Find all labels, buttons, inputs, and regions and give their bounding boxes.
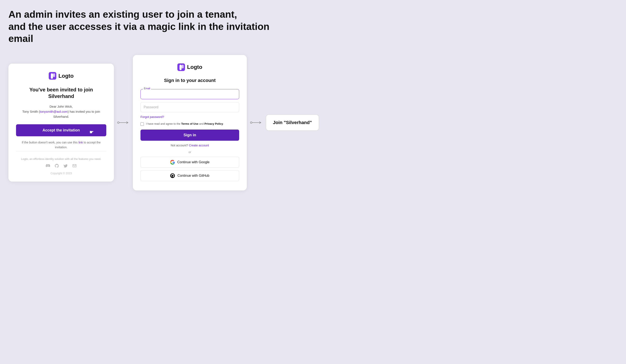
twitter-icon	[63, 164, 68, 169]
svg-rect-6	[180, 65, 182, 70]
signin-title: Sign in to your account	[164, 78, 216, 83]
mail-icon	[72, 164, 77, 169]
magic-link-text: If the button doesn't work, you can use …	[16, 140, 106, 150]
cards-row: Logto You've been invited to join Silver…	[8, 55, 618, 190]
create-account-link[interactable]: Create account	[189, 144, 209, 147]
signin-logo-area: Logto	[177, 64, 202, 71]
logo-area: Logto	[49, 72, 74, 80]
sign-in-button[interactable]: Sign in	[140, 130, 239, 141]
password-input[interactable]	[140, 102, 239, 112]
arrow-connector-1	[114, 120, 133, 125]
forgot-password-link[interactable]: Forgot password?	[140, 115, 239, 119]
or-divider: or	[189, 150, 191, 154]
footer-tagline: Logto, an effortless identity solution w…	[16, 157, 106, 161]
svg-point-9	[250, 122, 252, 123]
inviter-email-link[interactable]: tonysmith@aol.com	[40, 110, 68, 113]
invite-title: You've been invited to join Silverhand	[29, 86, 93, 99]
invite-card-footer: Logto, an effortless identity solution w…	[16, 151, 106, 175]
copyright-text: Copyright © 2023	[16, 172, 106, 175]
terms-link[interactable]: Terms of Use	[181, 122, 198, 125]
no-account-text: Not account? Create account	[171, 144, 209, 147]
invite-body: Dear John Wick, Tony Smith (tonysmith@ao…	[16, 104, 106, 119]
svg-rect-2	[53, 73, 55, 77]
page-title: An admin invites an existing user to joi…	[8, 8, 283, 45]
email-label: Email	[143, 87, 151, 90]
accept-invitation-button[interactable]: Accept the invitation ☛	[16, 124, 106, 136]
terms-checkbox[interactable]	[140, 122, 144, 126]
email-input[interactable]	[140, 89, 239, 99]
github-icon-footer	[54, 164, 59, 169]
terms-row: I have read and agree to the Terms of Us…	[140, 122, 239, 126]
logto-logo-icon	[49, 72, 56, 80]
invite-logo-text: Logto	[58, 73, 74, 79]
magic-link[interactable]: link	[78, 141, 83, 144]
join-silverhand-card: Join "Silverhand"	[266, 114, 319, 131]
signin-card: Logto Sign in to your account Email Forg…	[133, 55, 247, 190]
svg-rect-7	[182, 65, 184, 68]
google-icon	[170, 160, 175, 165]
email-form-group: Email	[140, 89, 239, 99]
password-form-group	[140, 102, 239, 112]
github-icon-signin	[170, 173, 175, 178]
arrow-connector-2	[247, 120, 266, 125]
svg-rect-1	[51, 73, 53, 79]
invitation-card: Logto You've been invited to join Silver…	[8, 64, 114, 182]
cursor-icon: ☛	[89, 130, 94, 135]
terms-text: I have read and agree to the Terms of Us…	[146, 122, 224, 126]
discord-icon	[45, 164, 50, 169]
svg-point-3	[117, 122, 119, 123]
privacy-link[interactable]: Privacy Policy	[204, 122, 223, 125]
footer-social-icons	[16, 164, 106, 169]
signin-logto-logo-icon	[177, 64, 185, 71]
continue-with-google-button[interactable]: Continue with Google	[140, 157, 239, 168]
continue-with-github-button[interactable]: Continue with GitHub	[140, 170, 239, 181]
signin-logo-text: Logto	[187, 64, 202, 70]
